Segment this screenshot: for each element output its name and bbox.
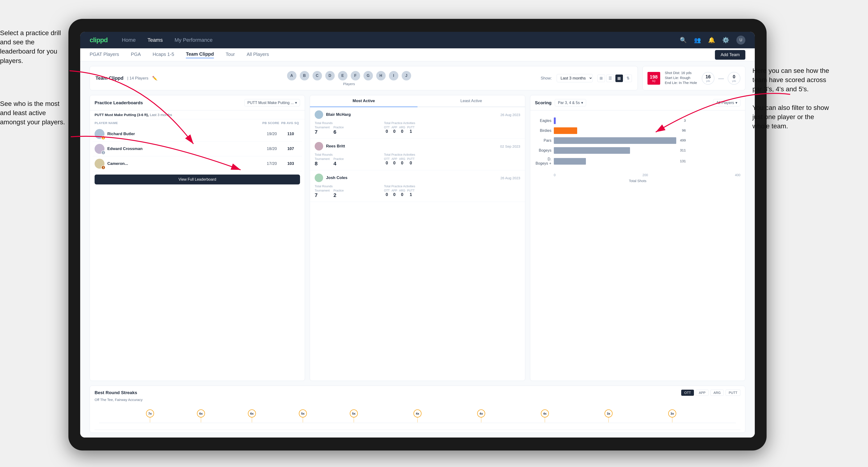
dash: — bbox=[718, 75, 724, 82]
nav-items: Home Teams My Performance bbox=[122, 37, 665, 43]
nav-icons: 🔍 👥 🔔 ⚙️ U bbox=[680, 36, 745, 44]
panels-grid: Practice Leaderboards PUTT Must Make Put… bbox=[90, 95, 745, 381]
chart-bar-value: 131 bbox=[680, 159, 686, 163]
rounds-section-3: Total Rounds Tournament 7 Practice 2 bbox=[315, 184, 382, 198]
list-view-icon[interactable]: ☰ bbox=[607, 74, 614, 82]
filter-icon[interactable]: ⇅ bbox=[624, 74, 632, 82]
people-icon[interactable]: 👥 bbox=[694, 37, 701, 43]
activity-stats-3: Total Rounds Tournament 7 Practice 2 bbox=[315, 184, 520, 198]
player-score-1: 19/20 bbox=[262, 132, 281, 136]
avatar-5[interactable]: E bbox=[338, 70, 348, 81]
scoring-panel: Scoring Par 3, 4 & 5s ▾ All Players ▾ Ea… bbox=[530, 95, 745, 381]
activity-name-3: Josh Coles bbox=[326, 176, 347, 180]
nav-my-performance[interactable]: My Performance bbox=[175, 37, 213, 43]
chart-bar bbox=[554, 127, 578, 134]
scoring-players-filter[interactable]: All Players ▾ bbox=[713, 99, 740, 106]
streaks-chart: 7x6x6x5x5x4x4x4x3x3x bbox=[95, 404, 740, 430]
avatar-6[interactable]: F bbox=[350, 70, 361, 81]
player-avatars-section: A B C D E F G H I J Players bbox=[286, 70, 412, 86]
list-item: Blair McHarg 26 Aug 2023 Total Rounds To… bbox=[310, 107, 525, 139]
filter-putt[interactable]: PUTT bbox=[725, 390, 740, 396]
subnav-pgat[interactable]: PGAT Players bbox=[90, 52, 119, 58]
avatar-1[interactable]: A bbox=[286, 70, 297, 81]
leaderboard-dropdown[interactable]: PUTT Must Make Putting ... ▾ bbox=[244, 99, 300, 106]
drill-name: PUTT Must Make Putting (3-6 ft), bbox=[95, 113, 149, 117]
view-full-leaderboard-button[interactable]: View Full Leaderboard bbox=[95, 175, 300, 184]
total-rounds-label-2: Total Rounds bbox=[315, 153, 382, 156]
leaderboard-players: 1 Richard Butler 19/20 110 bbox=[90, 127, 305, 171]
chart-label: Pars bbox=[535, 138, 552, 143]
tab-most-active[interactable]: Most Active bbox=[310, 95, 417, 107]
show-period-select[interactable]: Last 3 months bbox=[557, 74, 593, 82]
subnav-tour[interactable]: Tour bbox=[226, 52, 235, 58]
nav-home[interactable]: Home bbox=[122, 37, 135, 43]
total-rounds-label-3: Total Rounds bbox=[315, 184, 382, 188]
streaks-filters: OTT APP ARG PUTT bbox=[681, 390, 740, 396]
app-2: APP 0 bbox=[392, 157, 397, 165]
bell-icon[interactable]: 🔔 bbox=[708, 37, 715, 43]
chevron-down-icon: ▾ bbox=[295, 100, 297, 105]
player-name-1: Richard Butler bbox=[107, 132, 135, 136]
filter-app[interactable]: APP bbox=[696, 390, 709, 396]
practice-activities-label-3: Total Practice Activities bbox=[384, 184, 520, 188]
add-team-button[interactable]: Add Team bbox=[715, 50, 745, 60]
search-icon[interactable]: 🔍 bbox=[680, 37, 687, 43]
avatar-10[interactable]: J bbox=[401, 70, 412, 81]
table-row: 1 Richard Butler 19/20 110 bbox=[93, 127, 302, 142]
chart-bar-container: 3 bbox=[554, 118, 677, 124]
chart-bar bbox=[554, 147, 630, 154]
avatar-9[interactable]: I bbox=[389, 70, 399, 81]
subnav-all-players[interactable]: All Players bbox=[247, 52, 269, 58]
chart-bar bbox=[554, 137, 676, 144]
leaderboard-title: Practice Leaderboards bbox=[95, 100, 143, 105]
svg-text:4x: 4x bbox=[479, 412, 483, 415]
main-content: Team Clippd | 14 Players ✏️ A B C D E F … bbox=[80, 61, 755, 437]
practice-activities-3: Total Practice Activities OTT 0 APP 0 bbox=[384, 184, 520, 198]
subnav-team-clippd[interactable]: Team Clippd bbox=[186, 52, 214, 58]
subnav: PGAT Players PGA Hcaps 1-5 Team Clippd T… bbox=[80, 49, 755, 61]
edit-icon[interactable]: ✏️ bbox=[152, 76, 157, 81]
settings-icon[interactable]: ⚙️ bbox=[722, 37, 729, 43]
svg-text:6x: 6x bbox=[199, 412, 203, 415]
tab-least-active[interactable]: Least Active bbox=[417, 95, 525, 107]
team-title: Team Clippd bbox=[96, 75, 124, 81]
arg-2: ARG 0 bbox=[399, 157, 405, 165]
col-pb-avg: PB AVG SQ bbox=[281, 121, 300, 125]
avatar-8[interactable]: H bbox=[376, 70, 386, 81]
team-header: Team Clippd | 14 Players ✏️ A B C D E F … bbox=[90, 66, 638, 90]
activity-name-2: Rees Britt bbox=[326, 144, 345, 149]
avatar-2[interactable]: B bbox=[299, 70, 310, 81]
filter-arg[interactable]: ARG bbox=[710, 390, 724, 396]
chart-x-title: Total Shots bbox=[535, 179, 740, 183]
avatar-4[interactable]: D bbox=[325, 70, 335, 81]
leaderboard-subtitle: PUTT Must Make Putting (3-6 ft), Last 3 … bbox=[90, 111, 305, 119]
avatar-3[interactable]: C bbox=[312, 70, 322, 81]
practice-cols-2: OTT 0 APP 0 ARG 0 bbox=[384, 157, 520, 165]
activity-tabs: Most Active Least Active bbox=[310, 95, 525, 107]
filter-ott[interactable]: OTT bbox=[681, 390, 694, 396]
avatar-7[interactable]: G bbox=[363, 70, 373, 81]
ott-2: OTT 0 bbox=[384, 157, 390, 165]
scoring-par-filter[interactable]: Par 3, 4 & 5s ▾ bbox=[555, 99, 586, 106]
grid-view-icon[interactable]: ⊞ bbox=[597, 74, 605, 82]
shot-card: 198 SQ Shot Dist: 16 yds Start Lie: Roug… bbox=[643, 66, 745, 90]
user-avatar[interactable]: U bbox=[736, 36, 745, 44]
activity-avatar-1 bbox=[315, 111, 323, 119]
nav-teams[interactable]: Teams bbox=[148, 37, 163, 43]
subnav-pga[interactable]: PGA bbox=[131, 52, 141, 58]
yardage-1: 16 yds bbox=[702, 72, 714, 85]
svg-text:4x: 4x bbox=[543, 412, 547, 415]
chart-bar-row: Birdies 96 bbox=[535, 127, 740, 134]
arg-3: ARG 0 bbox=[399, 189, 405, 197]
yardage-2: 0 yds bbox=[728, 72, 740, 85]
putt-3: PUTT 1 bbox=[407, 189, 414, 197]
subnav-hcaps[interactable]: Hcaps 1-5 bbox=[153, 52, 174, 58]
chevron-down-icon: ▾ bbox=[581, 100, 583, 105]
activity-avatar-2 bbox=[315, 142, 323, 151]
rank-badge-2: 2 bbox=[101, 151, 105, 155]
view-icons: ⊞ ☰ ▦ ⇅ bbox=[597, 74, 632, 82]
chart-label: D. Bogeys + bbox=[535, 157, 552, 165]
chart-label: Bogeys bbox=[535, 148, 552, 153]
card-view-icon[interactable]: ▦ bbox=[615, 74, 623, 82]
streaks-section: Best Round Streaks OTT APP ARG PUTT Off … bbox=[90, 385, 745, 433]
